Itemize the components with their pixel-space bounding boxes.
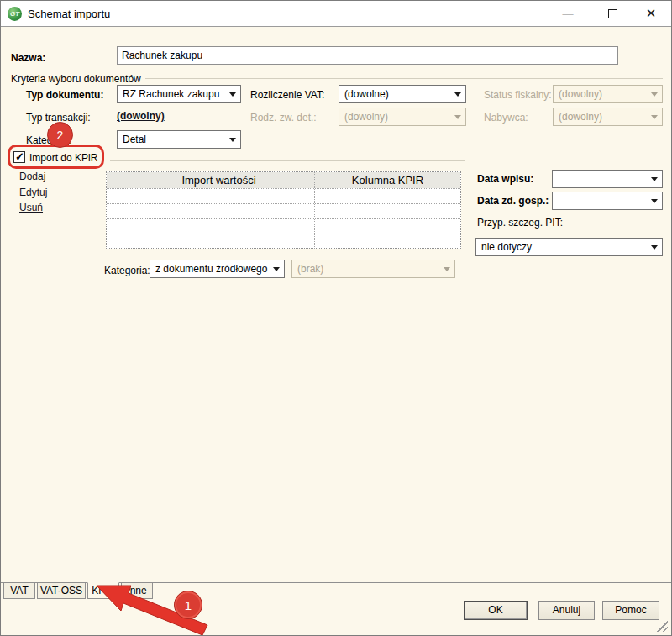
data-wpisu-label: Data wpisu: bbox=[477, 173, 533, 185]
tab-kpir[interactable]: KPiR bbox=[87, 582, 119, 599]
kpir-group-line bbox=[110, 160, 465, 161]
chevron-down-icon bbox=[439, 267, 454, 271]
chevron-down-icon bbox=[269, 267, 284, 271]
edytuj-link[interactable]: Edytuj bbox=[19, 187, 47, 198]
minimize-icon: — bbox=[563, 8, 574, 20]
chevron-down-icon bbox=[647, 115, 662, 119]
app-logo-icon: GT bbox=[8, 7, 22, 21]
anuluj-button[interactable]: Anuluj bbox=[538, 601, 595, 620]
table-row[interactable] bbox=[107, 218, 460, 234]
tab-inne[interactable]: Inne bbox=[121, 582, 153, 599]
kpir-kategoria-select[interactable]: z dokumentu źródłowego bbox=[150, 260, 285, 278]
chevron-down-icon bbox=[225, 92, 240, 97]
chevron-down-icon bbox=[225, 138, 240, 142]
przyp-pit-select[interactable]: nie dotyczy bbox=[475, 238, 663, 256]
table-row[interactable] bbox=[107, 203, 460, 218]
chevron-down-icon bbox=[450, 115, 465, 119]
minimize-button: — bbox=[549, 1, 587, 26]
table-row[interactable] bbox=[107, 188, 460, 203]
dodaj-link[interactable]: Dodaj bbox=[19, 171, 45, 182]
typ-dokumentu-label: Typ dokumentu: bbox=[26, 89, 103, 101]
nabywca-label: Nabywca: bbox=[484, 112, 528, 124]
row-selector-header bbox=[107, 172, 123, 188]
annotation-step-2-badge: 2 bbox=[47, 122, 73, 148]
maximize-button[interactable] bbox=[593, 1, 632, 26]
data-zd-gosp-label: Data zd. gosp.: bbox=[477, 195, 549, 207]
typ-dokumentu-select[interactable]: RZ Rachunek zakupu bbox=[117, 85, 241, 103]
close-button[interactable]: ✕ bbox=[632, 1, 670, 26]
rozliczenie-vat-label: Rozliczenie VAT: bbox=[250, 89, 324, 101]
annotation-step-1-badge: 1 bbox=[174, 591, 202, 619]
criteria-group-line bbox=[145, 78, 663, 79]
kpir-kategoria-brak-select: (brak) bbox=[291, 260, 455, 278]
col-import-wartosci-header: Import wartości bbox=[123, 172, 315, 188]
import-schema-dialog: GT Schemat importu — ✕ Nazwa: Kryteria w… bbox=[0, 0, 672, 636]
resize-grip[interactable] bbox=[655, 619, 668, 632]
pomoc-button[interactable]: Pomoc bbox=[602, 601, 659, 620]
nabywca-select: (dowolny) bbox=[553, 108, 663, 126]
chevron-down-icon bbox=[450, 92, 465, 97]
ok-button[interactable]: OK bbox=[464, 601, 528, 620]
status-fiskalny-label: Status fiskalny: bbox=[484, 89, 552, 101]
table-header-row: Import wartości Kolumna KPIR bbox=[107, 172, 460, 188]
close-icon: ✕ bbox=[646, 6, 657, 21]
titlebar: GT Schemat importu — ✕ bbox=[1, 1, 671, 27]
maximize-icon bbox=[608, 9, 617, 18]
kpir-kategoria-label: Kategoria: bbox=[104, 265, 150, 276]
criteria-group-title: Kryteria wyboru dokumentów bbox=[11, 73, 141, 85]
annotation-highlight-rect bbox=[8, 145, 104, 169]
rozliczenie-vat-select[interactable]: (dowolne) bbox=[339, 85, 466, 103]
rodz-zw-det-select: (dowolny) bbox=[339, 108, 466, 126]
rodz-zw-det-label: Rodz. zw. det.: bbox=[250, 112, 317, 124]
tab-vat[interactable]: VAT bbox=[3, 582, 35, 599]
kpir-mapping-table[interactable]: Import wartości Kolumna KPIR bbox=[106, 171, 461, 249]
chevron-down-icon bbox=[647, 92, 662, 97]
usun-link[interactable]: Usuń bbox=[19, 202, 43, 213]
kategoria-select[interactable]: Detal bbox=[117, 130, 241, 149]
table-row[interactable] bbox=[107, 234, 460, 249]
col-kolumna-kpir-header: Kolumna KPIR bbox=[315, 172, 460, 188]
nazwa-label: Nazwa: bbox=[11, 52, 45, 64]
window-title: Schemat importu bbox=[28, 1, 110, 27]
tab-vat-oss[interactable]: VAT-OSS bbox=[37, 582, 86, 599]
typ-transakcji-link[interactable]: (dowolny) bbox=[117, 110, 165, 122]
chevron-down-icon bbox=[647, 199, 662, 203]
chevron-down-icon bbox=[647, 177, 662, 181]
chevron-down-icon bbox=[647, 245, 662, 250]
data-zd-gosp-select[interactable] bbox=[552, 192, 663, 210]
status-fiskalny-select: (dowolny) bbox=[553, 85, 663, 103]
data-wpisu-select[interactable] bbox=[552, 170, 663, 188]
przyp-pit-label: Przyp. szczeg. PIT: bbox=[477, 217, 563, 229]
nazwa-input[interactable] bbox=[117, 46, 618, 65]
